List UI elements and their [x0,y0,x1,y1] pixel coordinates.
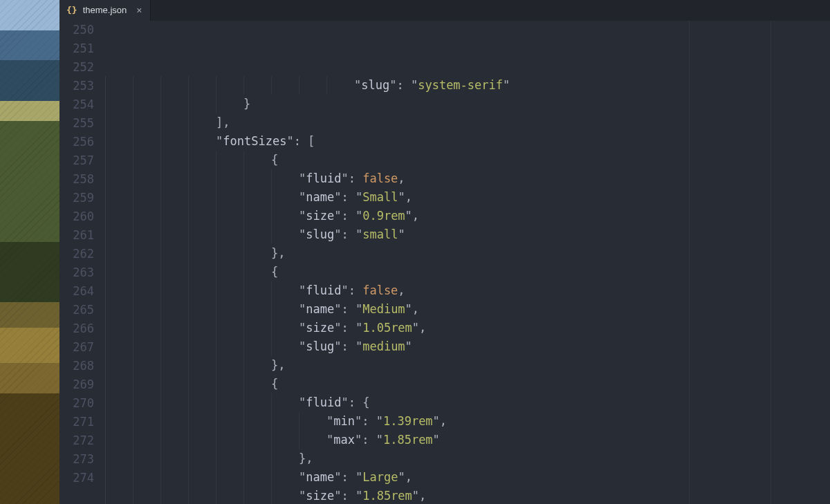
code-line[interactable]: "size": "1.85rem", [102,487,830,504]
json-punct: : [362,433,376,447]
json-boolean: false [362,283,398,297]
close-icon[interactable]: × [136,6,142,15]
code-line[interactable]: "slug": "system-serif" [102,76,830,95]
json-punct: " [341,395,348,409]
json-punct: " [334,190,341,204]
code-line[interactable]: "size": "1.05rem", [102,319,830,337]
json-punct: " [376,414,383,428]
json-punct: " [356,339,362,353]
json-punct: : [341,227,355,241]
code-line[interactable]: "name": "Small", [102,188,830,207]
line-number: 266 [59,319,94,338]
code-line[interactable]: } [102,95,830,113]
json-punct: , [440,414,447,428]
json-punct: " [433,414,440,428]
code-line[interactable]: "fluid": { [102,393,830,412]
line-number: 256 [59,133,94,151]
code-line[interactable]: "name": "Medium", [102,300,830,319]
json-punct: " [299,171,306,185]
code-line[interactable]: }, [102,449,830,468]
json-punct: " [299,489,306,503]
json-key: name [306,190,334,204]
json-icon: {} [66,5,77,15]
json-key: slug [361,78,389,92]
json-punct: : [341,489,355,503]
line-number: 251 [59,39,94,58]
line-number: 255 [59,114,94,133]
json-punct: " [334,470,341,484]
line-number-gutter: 2502512522532542552562572582592602612622… [59,21,102,504]
json-string: Large [362,470,398,484]
json-punct: " [356,190,362,204]
line-number: 259 [59,189,94,207]
json-punct: " [299,395,306,409]
json-string: 1.39rem [383,414,433,428]
code-line[interactable]: { [102,151,830,169]
code-line[interactable]: "slug": "medium" [102,337,830,356]
json-punct: " [334,321,341,335]
code-line[interactable]: }, [102,356,830,375]
code-line[interactable]: "size": "0.9rem", [102,207,830,225]
json-punct: " [334,209,341,223]
code-line[interactable]: }, [102,244,830,263]
tab-theme-json[interactable]: {} theme.json × [59,0,151,21]
json-punct: " [334,339,341,353]
json-punct: { [271,153,278,167]
json-punct: " [433,433,440,447]
code-line[interactable]: "fontSizes": [ [102,132,830,151]
json-punct: , [398,283,405,297]
json-key: size [306,209,334,223]
code-line[interactable]: "slug": "small" [102,225,830,244]
json-punct: " [398,190,405,204]
json-punct: " [299,227,306,241]
line-number: 273 [59,450,94,469]
json-string: medium [362,339,405,353]
json-punct: " [355,433,362,447]
json-punct: : [341,470,355,484]
json-key: size [306,489,334,503]
line-number: 267 [59,338,94,357]
json-punct: , [419,321,426,335]
json-punct: }, [271,358,285,372]
json-punct: " [299,209,306,223]
json-punct: : [341,339,355,353]
line-number: 270 [59,394,94,413]
json-punct: " [326,433,333,447]
json-key: min [333,414,355,428]
json-punct: : [341,209,355,223]
line-number: 262 [59,245,94,263]
json-punct: " [389,78,396,92]
json-punct: , [412,209,419,223]
json-key: name [306,470,334,484]
json-key: fluid [306,283,341,297]
json-punct: " [354,78,361,92]
json-punct: " [299,283,306,297]
code-line[interactable]: "fluid": false, [102,281,830,300]
code-line[interactable]: { [102,375,830,393]
code-line[interactable]: "min": "1.39rem", [102,412,830,431]
line-number: 257 [59,151,94,170]
json-punct: , [412,302,419,316]
code-line[interactable]: ], [102,113,830,132]
json-punct: " [405,339,412,353]
json-punct: " [299,190,306,204]
json-punct: }, [299,451,313,465]
code-editor[interactable]: 2502512522532542552562572582592602612622… [59,21,830,504]
json-key: fluid [306,171,341,185]
code-content[interactable]: "slug": "system-serif"}],"fontSizes": [{… [102,21,830,504]
json-punct: " [411,78,418,92]
json-punct: " [356,227,362,241]
json-string: 1.05rem [362,321,412,335]
json-punct: : [341,190,355,204]
json-punct: : [341,321,355,335]
editor-window: {} theme.json × 250251252253254255256257… [59,0,830,504]
code-line[interactable]: { [102,263,830,281]
json-punct: ], [216,115,230,129]
code-line[interactable]: "name": "Large", [102,468,830,487]
code-line[interactable]: "fluid": false, [102,169,830,188]
code-line[interactable]: "max": "1.85rem" [102,431,830,449]
json-key: name [306,302,334,316]
json-punct: " [299,470,306,484]
json-punct: " [376,433,383,447]
json-punct: " [356,209,362,223]
